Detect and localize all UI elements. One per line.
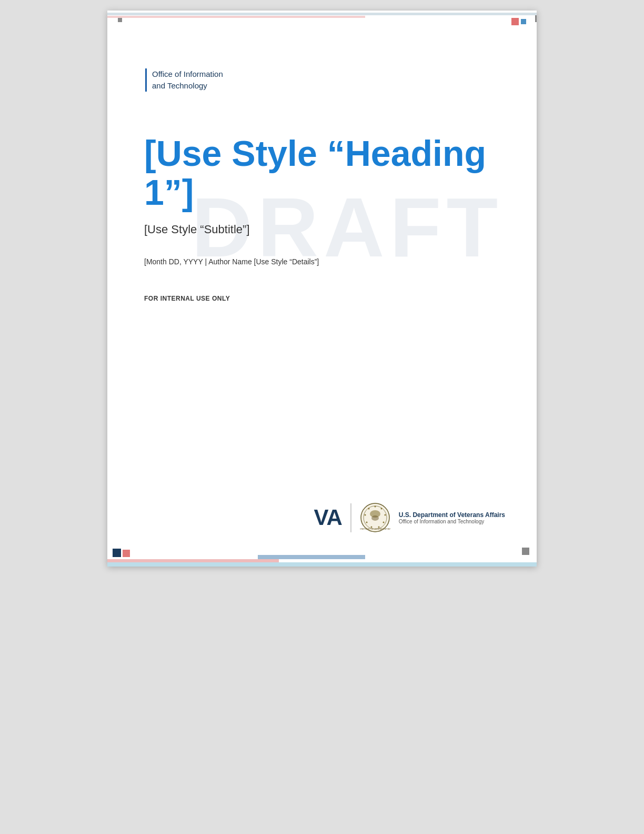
va-dept-info: U.S. Department of Veterans Affairs Offi… (399, 511, 505, 524)
office-title-line2: and Technology (152, 81, 207, 90)
va-dept-name: U.S. Department of Veterans Affairs (399, 511, 505, 519)
bottom-left-pink-square (123, 550, 130, 557)
classification-label: FOR INTERNAL USE ONLY (144, 295, 500, 302)
va-seal: DEPARTMENT OF VETERANS AFFAIRS (360, 502, 390, 533)
svg-point-6 (380, 508, 382, 510)
office-title: Office of Information and Technology (145, 68, 500, 92)
bottom-bar-blue (258, 555, 365, 559)
office-title-line1: Office of Information (152, 70, 223, 78)
va-footer-section: VA (107, 492, 537, 552)
svg-point-11 (366, 522, 367, 523)
page-content: Office of Information and Technology [Us… (107, 11, 537, 344)
svg-point-5 (374, 506, 376, 508)
document-subtitle: [Use Style “Subtitle”] (144, 223, 500, 236)
bottom-left-dark-square (113, 549, 121, 557)
svg-text:DEPARTMENT OF VETERANS AFFAIRS: DEPARTMENT OF VETERANS AFFAIRS (360, 528, 390, 530)
bottom-decorative-bars (107, 552, 537, 567)
va-logo: VA (314, 505, 341, 530)
svg-point-7 (384, 514, 386, 516)
svg-point-12 (364, 514, 366, 516)
footer-divider (350, 503, 351, 532)
bottom-left-decoration (113, 549, 130, 557)
svg-point-4 (371, 515, 379, 521)
bottom-right-square (522, 548, 529, 555)
bottom-bar-teal (107, 562, 537, 567)
va-seal-icon: DEPARTMENT OF VETERANS AFFAIRS (360, 502, 390, 533)
document-page: DRAFT Office of Information and Technolo… (107, 11, 537, 567)
office-header: Office of Information and Technology (145, 68, 500, 92)
document-details: [Month DD, YYYY | Author Name [Use Style… (144, 257, 500, 266)
document-heading: [Use Style “Heading 1”] (144, 134, 500, 213)
va-dept-sub: Office of Information and Technology (399, 519, 505, 524)
svg-point-13 (368, 508, 369, 510)
svg-point-8 (383, 522, 384, 523)
page-footer: VA (107, 492, 537, 567)
